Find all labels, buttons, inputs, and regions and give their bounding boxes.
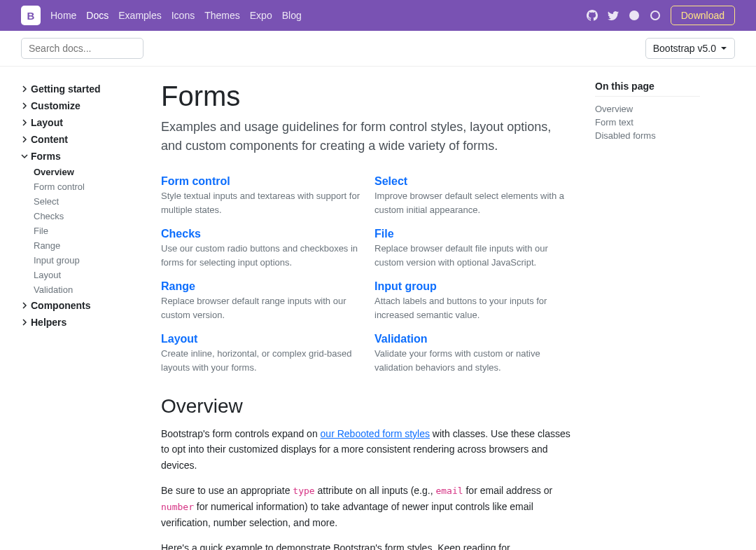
sub-checks[interactable]: Checks: [34, 209, 140, 224]
nav-icons[interactable]: Icons: [172, 10, 195, 21]
grid-range[interactable]: RangeReplace browser default range input…: [161, 280, 360, 322]
grid-validation[interactable]: ValidationValidate your forms with custo…: [374, 333, 574, 374]
chevron-right-icon: [21, 319, 28, 326]
sidebar-getting-started[interactable]: Getting started: [21, 81, 140, 97]
main-content: Forms Examples and usage guidelines for …: [161, 81, 574, 550]
version-dropdown[interactable]: Bootstrap v5.0: [645, 38, 735, 59]
toc-overview[interactable]: Overview: [595, 102, 700, 116]
chevron-right-icon: [21, 302, 28, 309]
chevron-down-icon: [21, 153, 28, 160]
toc-disabled-forms[interactable]: Disabled forms: [595, 129, 700, 142]
sub-overview[interactable]: Overview: [34, 165, 140, 179]
overview-p1: Bootstrap's form controls expand on our …: [161, 426, 574, 473]
sub-navbar: Bootstrap v5.0: [0, 31, 756, 67]
toc-form-text[interactable]: Form text: [595, 116, 700, 129]
chevron-right-icon: [21, 136, 28, 143]
overview-p2: Be sure to use an appropriate type attri…: [161, 483, 574, 530]
grid-input-group[interactable]: Input groupAttach labels and buttons to …: [374, 280, 574, 322]
sidebar-helpers[interactable]: Helpers: [21, 314, 140, 331]
nav-themes[interactable]: Themes: [204, 10, 240, 21]
page-lead: Examples and usage guidelines for form c…: [161, 118, 574, 156]
sub-layout[interactable]: Layout: [34, 268, 140, 282]
version-label: Bootstrap v5.0: [653, 43, 716, 54]
sub-form-control[interactable]: Form control: [34, 179, 140, 194]
twitter-icon[interactable]: [608, 10, 619, 21]
toc-title: On this page: [595, 81, 700, 97]
svg-point-0: [629, 11, 639, 20]
chevron-right-icon: [21, 102, 28, 109]
grid-layout[interactable]: LayoutCreate inline, horizontal, or comp…: [161, 333, 360, 374]
sidebar-forms[interactable]: Forms: [21, 148, 140, 165]
rebooted-link[interactable]: our Rebooted form styles: [321, 428, 430, 439]
page-title: Forms: [161, 81, 574, 112]
sub-select[interactable]: Select: [34, 194, 140, 209]
sidebar-components[interactable]: Components: [21, 297, 140, 314]
grid-form-control[interactable]: Form controlStyle textual inputs and tex…: [161, 175, 360, 216]
github-icon[interactable]: [587, 10, 598, 21]
sidebar-content[interactable]: Content: [21, 131, 140, 148]
sub-validation[interactable]: Validation: [34, 282, 140, 297]
nav-docs[interactable]: Docs: [86, 10, 108, 21]
sub-file[interactable]: File: [34, 224, 140, 238]
search-input[interactable]: [21, 38, 144, 59]
overview-heading: Overview: [161, 395, 574, 418]
table-of-contents: On this page Overview Form text Disabled…: [595, 81, 700, 550]
sub-range[interactable]: Range: [34, 238, 140, 253]
grid-checks[interactable]: ChecksUse our custom radio buttons and c…: [161, 228, 360, 269]
slack-icon[interactable]: [629, 10, 640, 21]
brand-logo[interactable]: B: [21, 6, 41, 25]
top-navbar: B Home Docs Examples Icons Themes Expo B…: [0, 0, 756, 31]
nav-blog[interactable]: Blog: [282, 10, 302, 21]
nav-expo[interactable]: Expo: [250, 10, 272, 21]
grid-select[interactable]: SelectImprove browser default select ele…: [374, 175, 574, 216]
docs-sidebar: Getting started Customize Layout Content…: [21, 81, 140, 550]
nav-home[interactable]: Home: [50, 10, 76, 21]
nav-examples[interactable]: Examples: [118, 10, 161, 21]
download-button[interactable]: Download: [671, 6, 735, 25]
chevron-right-icon: [21, 85, 28, 92]
forms-grid: Form controlStyle textual inputs and tex…: [161, 175, 574, 374]
overview-p3: Here's a quick example to demonstrate Bo…: [161, 540, 574, 550]
grid-file[interactable]: FileReplace browser default file inputs …: [374, 228, 574, 269]
chevron-right-icon: [21, 119, 28, 126]
svg-point-1: [651, 11, 659, 20]
sidebar-forms-sub: Overview Form control Select Checks File…: [21, 165, 140, 297]
sidebar-layout[interactable]: Layout: [21, 114, 140, 131]
chevron-down-icon: [720, 45, 727, 52]
sub-input-group[interactable]: Input group: [34, 253, 140, 268]
sidebar-customize[interactable]: Customize: [21, 97, 140, 114]
opencollective-icon[interactable]: [650, 10, 661, 21]
